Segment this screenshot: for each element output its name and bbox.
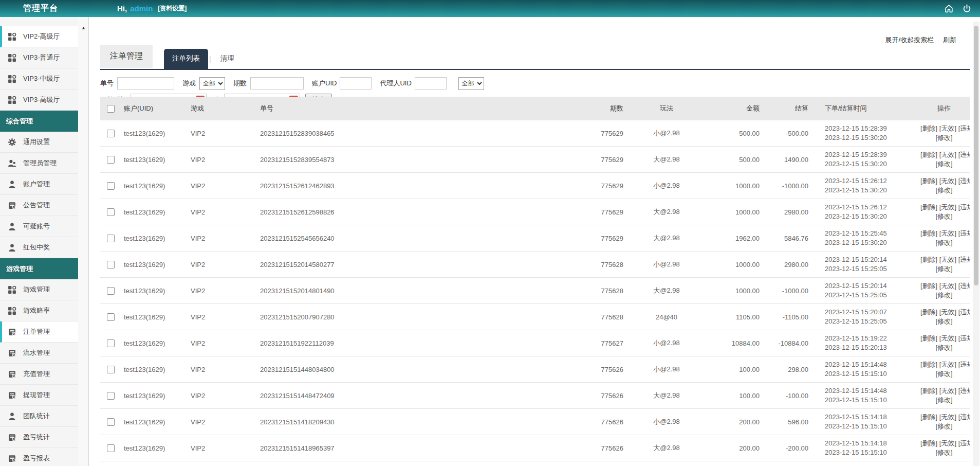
sidebar-item-15[interactable]: 流水管理 <box>0 343 78 364</box>
row-checkbox[interactable] <box>107 366 115 373</box>
sidebar-item-5[interactable]: 通用设置 <box>0 132 78 153</box>
action-delete[interactable]: [删除] <box>920 124 937 132</box>
agent-uid-input[interactable] <box>415 77 447 89</box>
sidebar-item-1[interactable]: VIP3-普通厅 <box>0 47 78 68</box>
sidebar-item-2[interactable]: VIP3-中级厅 <box>0 68 78 89</box>
action-modify[interactable]: [修改] <box>935 212 952 220</box>
sidebar-item-6[interactable]: 管理员管理 <box>0 153 78 174</box>
action-invalid[interactable]: [无效] <box>939 124 956 132</box>
row-checkbox[interactable] <box>107 156 115 164</box>
row-checkbox[interactable] <box>107 182 115 190</box>
logout-power-icon[interactable] <box>962 4 972 13</box>
action-invalid[interactable]: [无效] <box>939 177 956 185</box>
action-modify[interactable]: [修改] <box>935 265 952 273</box>
tab-order-list[interactable]: 注单列表 <box>164 49 208 69</box>
row-checkbox[interactable] <box>107 313 115 321</box>
sidebar-item-8[interactable]: 公告管理 <box>0 195 78 216</box>
action-modify[interactable]: [修改] <box>935 449 952 456</box>
action-modify[interactable]: [修改] <box>935 239 952 246</box>
row-checkbox[interactable] <box>107 418 115 426</box>
game-select[interactable]: 全部 <box>199 77 225 90</box>
action-delete[interactable]: [删除] <box>920 151 937 158</box>
action-modify[interactable]: [修改] <box>935 134 952 141</box>
sidebar-scroll-up-icon[interactable]: ▲ <box>78 25 89 30</box>
action-delete[interactable]: [删除] <box>920 413 937 421</box>
sidebar-item-16[interactable]: 充值管理 <box>0 364 78 385</box>
action-invalid[interactable]: [无效] <box>939 387 956 395</box>
action-delete[interactable]: [删除] <box>920 177 937 185</box>
profile-settings-link[interactable]: [资料设置] <box>158 4 187 13</box>
action-violation[interactable]: [违规] <box>958 334 970 342</box>
row-checkbox[interactable] <box>107 208 115 216</box>
action-violation[interactable]: [违规] <box>958 282 970 290</box>
row-checkbox[interactable] <box>107 235 115 242</box>
sidebar-item-19[interactable]: 盈亏统计 <box>0 427 78 448</box>
home-icon[interactable] <box>944 4 954 13</box>
action-modify[interactable]: [修改] <box>935 291 952 299</box>
action-modify[interactable]: [修改] <box>935 186 952 194</box>
sidebar-item-0[interactable]: VIP2-高级厅 <box>0 26 78 47</box>
action-delete[interactable]: [删除] <box>920 387 937 395</box>
action-invalid[interactable]: [无效] <box>939 256 956 263</box>
page-scrollbar[interactable] <box>973 22 979 466</box>
period-input[interactable] <box>250 77 304 89</box>
action-delete[interactable]: [删除] <box>920 334 937 342</box>
action-invalid[interactable]: [无效] <box>939 308 956 316</box>
action-violation[interactable]: [违规] <box>958 387 970 395</box>
action-violation[interactable]: [违规] <box>958 439 970 447</box>
sidebar-item-7[interactable]: 账户管理 <box>0 174 78 195</box>
status-select[interactable]: 全部 <box>458 77 484 90</box>
row-checkbox[interactable] <box>107 130 115 137</box>
page-scrollbar-thumb[interactable] <box>974 26 978 285</box>
action-modify[interactable]: [修改] <box>935 344 952 351</box>
action-invalid[interactable]: [无效] <box>939 439 956 447</box>
action-delete[interactable]: [删除] <box>920 229 937 237</box>
action-violation[interactable]: [违规] <box>958 229 970 237</box>
sidebar-item-18[interactable]: 团队统计 <box>0 406 78 427</box>
action-delete[interactable]: [删除] <box>920 256 937 263</box>
action-invalid[interactable]: [无效] <box>939 334 956 342</box>
sidebar-item-10[interactable]: 红包中奖 <box>0 237 78 258</box>
sidebar-item-12[interactable]: 游戏管理 <box>0 279 78 300</box>
action-invalid[interactable]: [无效] <box>939 203 956 211</box>
action-modify[interactable]: [修改] <box>935 396 952 404</box>
action-invalid[interactable]: [无效] <box>939 282 956 290</box>
action-delete[interactable]: [删除] <box>920 203 937 211</box>
account-uid-input[interactable] <box>340 77 372 89</box>
action-violation[interactable]: [违规] <box>958 413 970 421</box>
action-delete[interactable]: [删除] <box>920 439 937 447</box>
action-delete[interactable]: [删除] <box>920 361 937 368</box>
row-checkbox[interactable] <box>107 339 115 347</box>
row-checkbox[interactable] <box>107 392 115 400</box>
row-checkbox[interactable] <box>107 444 115 452</box>
action-delete[interactable]: [删除] <box>920 308 937 316</box>
tab-cleanup[interactable]: 清理 <box>212 49 243 69</box>
action-invalid[interactable]: [无效] <box>939 361 956 368</box>
sidebar-item-9[interactable]: 可疑账号 <box>0 216 78 237</box>
sidebar-item-13[interactable]: 游戏赔率 <box>0 300 78 321</box>
row-checkbox[interactable] <box>107 287 115 295</box>
action-modify[interactable]: [修改] <box>935 370 952 378</box>
action-delete[interactable]: [删除] <box>920 282 937 290</box>
sidebar-item-20[interactable]: 盈亏报表 <box>0 448 78 466</box>
action-violation[interactable]: [违规] <box>958 256 970 263</box>
action-violation[interactable]: [违规] <box>958 203 970 211</box>
action-violation[interactable]: [违规] <box>958 308 970 316</box>
sidebar-item-17[interactable]: 提现管理 <box>0 385 78 406</box>
action-invalid[interactable]: [无效] <box>939 151 956 158</box>
action-invalid[interactable]: [无效] <box>939 413 956 421</box>
action-invalid[interactable]: [无效] <box>939 229 956 237</box>
action-violation[interactable]: [违规] <box>958 124 970 132</box>
action-modify[interactable]: [修改] <box>935 317 952 325</box>
action-violation[interactable]: [违规] <box>958 177 970 185</box>
action-violation[interactable]: [违规] <box>958 361 970 368</box>
sidebar-item-3[interactable]: VIP3-高级厅 <box>0 89 78 111</box>
action-modify[interactable]: [修改] <box>935 160 952 168</box>
action-modify[interactable]: [修改] <box>935 422 952 430</box>
sidebar-scrollbar[interactable]: ▲ <box>78 17 89 466</box>
sidebar-item-14[interactable]: 注单管理 <box>0 321 78 343</box>
row-checkbox[interactable] <box>107 261 115 268</box>
action-violation[interactable]: [违规] <box>958 151 970 158</box>
select-all-checkbox[interactable] <box>107 105 115 113</box>
order-no-input[interactable] <box>117 77 174 89</box>
